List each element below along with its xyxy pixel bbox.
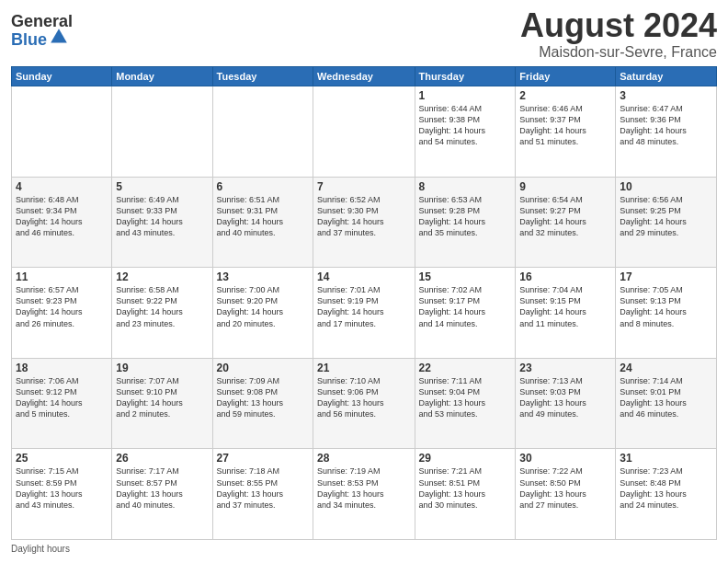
calendar: SundayMondayTuesdayWednesdayThursdayFrid… bbox=[11, 66, 717, 540]
day-cell: 12Sunrise: 6:58 AM Sunset: 9:22 PM Dayli… bbox=[112, 268, 212, 359]
day-info: Sunrise: 7:06 AM Sunset: 9:12 PM Dayligh… bbox=[16, 375, 108, 420]
day-cell: 11Sunrise: 6:57 AM Sunset: 9:23 PM Dayli… bbox=[12, 268, 112, 359]
day-info: Sunrise: 7:05 AM Sunset: 9:13 PM Dayligh… bbox=[620, 284, 712, 329]
day-number: 25 bbox=[16, 452, 108, 465]
day-info: Sunrise: 6:47 AM Sunset: 9:36 PM Dayligh… bbox=[620, 103, 712, 148]
header-cell-wednesday: Wednesday bbox=[313, 67, 415, 86]
day-cell: 25Sunrise: 7:15 AM Sunset: 8:59 PM Dayli… bbox=[12, 449, 112, 540]
day-cell: 16Sunrise: 7:04 AM Sunset: 9:15 PM Dayli… bbox=[516, 268, 616, 359]
logo-blue: Blue bbox=[11, 31, 47, 50]
day-cell: 7Sunrise: 6:52 AM Sunset: 9:30 PM Daylig… bbox=[313, 177, 415, 268]
header-cell-saturday: Saturday bbox=[616, 67, 717, 86]
day-info: Sunrise: 7:17 AM Sunset: 8:57 PM Dayligh… bbox=[116, 465, 208, 511]
day-info: Sunrise: 6:49 AM Sunset: 9:33 PM Dayligh… bbox=[116, 194, 208, 239]
day-cell: 29Sunrise: 7:21 AM Sunset: 8:51 PM Dayli… bbox=[415, 449, 516, 540]
day-cell bbox=[313, 86, 415, 178]
day-info: Sunrise: 6:57 AM Sunset: 9:23 PM Dayligh… bbox=[16, 284, 108, 329]
title-section: August 2024 Maisdon-sur-Sevre, France bbox=[520, 9, 717, 61]
day-info: Sunrise: 7:13 AM Sunset: 9:03 PM Dayligh… bbox=[519, 375, 611, 420]
day-info: Sunrise: 7:23 AM Sunset: 8:48 PM Dayligh… bbox=[620, 465, 712, 511]
location: Maisdon-sur-Sevre, France bbox=[520, 44, 717, 61]
day-cell: 23Sunrise: 7:13 AM Sunset: 9:03 PM Dayli… bbox=[516, 358, 616, 449]
header-cell-thursday: Thursday bbox=[415, 67, 516, 86]
day-info: Sunrise: 7:15 AM Sunset: 8:59 PM Dayligh… bbox=[16, 465, 108, 511]
day-number: 13 bbox=[217, 270, 309, 283]
calendar-header: SundayMondayTuesdayWednesdayThursdayFrid… bbox=[12, 67, 717, 86]
day-number: 3 bbox=[620, 89, 712, 102]
day-info: Sunrise: 7:04 AM Sunset: 9:15 PM Dayligh… bbox=[519, 284, 611, 329]
day-info: Sunrise: 6:48 AM Sunset: 9:34 PM Dayligh… bbox=[16, 194, 108, 239]
day-number: 20 bbox=[217, 362, 309, 374]
footer-label: Daylight hours bbox=[11, 544, 70, 554]
header-cell-tuesday: Tuesday bbox=[212, 67, 313, 86]
day-number: 8 bbox=[419, 180, 512, 193]
day-number: 2 bbox=[519, 89, 611, 102]
week-row-5: 25Sunrise: 7:15 AM Sunset: 8:59 PM Dayli… bbox=[12, 449, 717, 540]
day-number: 7 bbox=[317, 180, 410, 193]
day-number: 22 bbox=[419, 362, 512, 374]
day-number: 10 bbox=[620, 180, 712, 193]
day-cell: 17Sunrise: 7:05 AM Sunset: 9:13 PM Dayli… bbox=[616, 268, 717, 359]
day-cell: 14Sunrise: 7:01 AM Sunset: 9:19 PM Dayli… bbox=[313, 268, 415, 359]
day-number: 4 bbox=[16, 180, 108, 193]
header-cell-sunday: Sunday bbox=[12, 67, 112, 86]
header-cell-friday: Friday bbox=[516, 67, 616, 86]
day-cell: 19Sunrise: 7:07 AM Sunset: 9:10 PM Dayli… bbox=[112, 358, 212, 449]
day-info: Sunrise: 6:58 AM Sunset: 9:22 PM Dayligh… bbox=[116, 284, 208, 329]
day-number: 17 bbox=[620, 270, 712, 283]
day-info: Sunrise: 7:09 AM Sunset: 9:08 PM Dayligh… bbox=[217, 375, 309, 420]
day-info: Sunrise: 7:10 AM Sunset: 9:06 PM Dayligh… bbox=[317, 375, 410, 420]
day-number: 19 bbox=[116, 362, 208, 374]
header-row: SundayMondayTuesdayWednesdayThursdayFrid… bbox=[12, 67, 717, 86]
day-number: 21 bbox=[317, 362, 410, 374]
day-cell: 3Sunrise: 6:47 AM Sunset: 9:36 PM Daylig… bbox=[616, 86, 717, 178]
day-info: Sunrise: 6:46 AM Sunset: 9:37 PM Dayligh… bbox=[519, 103, 611, 148]
header-cell-monday: Monday bbox=[112, 67, 212, 86]
day-info: Sunrise: 7:02 AM Sunset: 9:17 PM Dayligh… bbox=[419, 284, 512, 329]
day-number: 24 bbox=[620, 362, 712, 374]
day-info: Sunrise: 7:18 AM Sunset: 8:55 PM Dayligh… bbox=[217, 465, 309, 511]
day-info: Sunrise: 7:00 AM Sunset: 9:20 PM Dayligh… bbox=[217, 284, 309, 329]
logo-text: General Blue bbox=[11, 13, 73, 50]
day-number: 16 bbox=[519, 270, 611, 283]
day-number: 9 bbox=[519, 180, 611, 193]
day-cell: 20Sunrise: 7:09 AM Sunset: 9:08 PM Dayli… bbox=[212, 358, 313, 449]
day-info: Sunrise: 7:11 AM Sunset: 9:04 PM Dayligh… bbox=[419, 375, 512, 420]
day-info: Sunrise: 6:52 AM Sunset: 9:30 PM Dayligh… bbox=[317, 194, 410, 239]
day-info: Sunrise: 7:22 AM Sunset: 8:50 PM Dayligh… bbox=[519, 465, 611, 511]
day-cell: 26Sunrise: 7:17 AM Sunset: 8:57 PM Dayli… bbox=[112, 449, 212, 540]
day-cell: 24Sunrise: 7:14 AM Sunset: 9:01 PM Dayli… bbox=[616, 358, 717, 449]
logo-icon bbox=[49, 27, 69, 47]
day-number: 31 bbox=[620, 452, 712, 465]
day-number: 27 bbox=[217, 452, 309, 465]
day-info: Sunrise: 7:19 AM Sunset: 8:53 PM Dayligh… bbox=[317, 465, 410, 511]
day-cell: 6Sunrise: 6:51 AM Sunset: 9:31 PM Daylig… bbox=[212, 177, 313, 268]
day-number: 6 bbox=[217, 180, 309, 193]
day-number: 23 bbox=[519, 362, 611, 374]
svg-marker-0 bbox=[51, 29, 67, 42]
day-number: 26 bbox=[116, 452, 208, 465]
day-number: 11 bbox=[16, 270, 108, 283]
day-cell: 15Sunrise: 7:02 AM Sunset: 9:17 PM Dayli… bbox=[415, 268, 516, 359]
day-number: 15 bbox=[419, 270, 512, 283]
day-cell: 31Sunrise: 7:23 AM Sunset: 8:48 PM Dayli… bbox=[616, 449, 717, 540]
day-cell: 10Sunrise: 6:56 AM Sunset: 9:25 PM Dayli… bbox=[616, 177, 717, 268]
day-cell: 28Sunrise: 7:19 AM Sunset: 8:53 PM Dayli… bbox=[313, 449, 415, 540]
day-info: Sunrise: 7:14 AM Sunset: 9:01 PM Dayligh… bbox=[620, 375, 712, 420]
day-cell bbox=[112, 86, 212, 178]
header: General Blue August 2024 Maisdon-sur-Sev… bbox=[11, 9, 717, 61]
day-info: Sunrise: 7:07 AM Sunset: 9:10 PM Dayligh… bbox=[116, 375, 208, 420]
day-cell: 1Sunrise: 6:44 AM Sunset: 9:38 PM Daylig… bbox=[415, 86, 516, 178]
day-cell: 9Sunrise: 6:54 AM Sunset: 9:27 PM Daylig… bbox=[516, 177, 616, 268]
day-cell: 18Sunrise: 7:06 AM Sunset: 9:12 PM Dayli… bbox=[12, 358, 112, 449]
page: General Blue August 2024 Maisdon-sur-Sev… bbox=[0, 0, 728, 563]
day-cell: 5Sunrise: 6:49 AM Sunset: 9:33 PM Daylig… bbox=[112, 177, 212, 268]
day-cell: 4Sunrise: 6:48 AM Sunset: 9:34 PM Daylig… bbox=[12, 177, 112, 268]
week-row-1: 1Sunrise: 6:44 AM Sunset: 9:38 PM Daylig… bbox=[12, 86, 717, 178]
day-number: 18 bbox=[16, 362, 108, 374]
day-cell bbox=[12, 86, 112, 178]
day-cell: 8Sunrise: 6:53 AM Sunset: 9:28 PM Daylig… bbox=[415, 177, 516, 268]
footer: Daylight hours bbox=[11, 544, 717, 554]
calendar-table: SundayMondayTuesdayWednesdayThursdayFrid… bbox=[11, 66, 717, 540]
day-cell: 13Sunrise: 7:00 AM Sunset: 9:20 PM Dayli… bbox=[212, 268, 313, 359]
